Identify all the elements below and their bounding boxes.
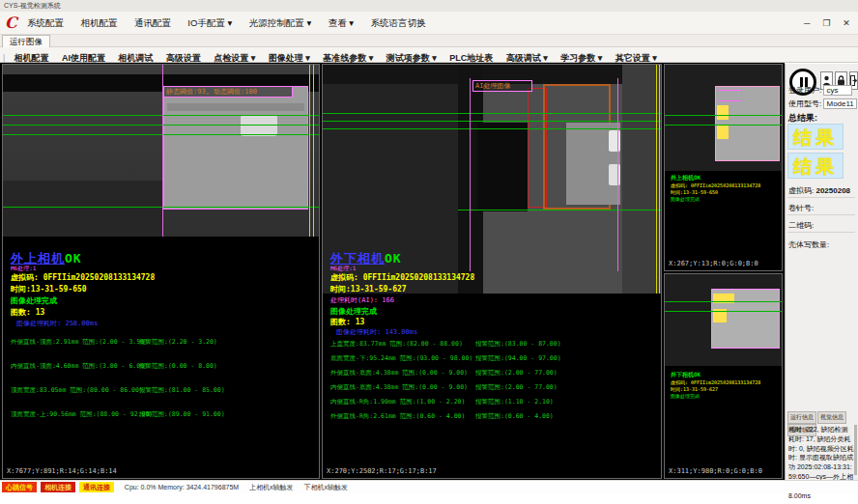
scene-shadow	[3, 181, 162, 237]
measure-line	[665, 301, 782, 302]
thumbnail-panel-lower[interactable]: 外下相机OK 虚拟码: 0FFIIim20250208133134728 时间:…	[664, 273, 783, 479]
menu-language-switch[interactable]: 系统语言切换	[371, 12, 426, 35]
log-scrollbar[interactable]	[854, 425, 857, 475]
qr-code-field: 二维码:	[788, 220, 814, 231]
thumb-time: 时间:13-31-59-650	[671, 189, 718, 195]
pixel-coords-readout: X:267;Y:13;R:0;G:0;B:0	[669, 260, 758, 267]
scene-right-band	[622, 65, 661, 294]
elapsed-line: 图像处理耗时: 143.00ms	[336, 327, 417, 337]
done-line: 图像处理完成	[11, 295, 57, 306]
heartbeat-badge: 心跳信号	[2, 482, 37, 492]
shell-write-count-field: 壳体写数量:	[788, 239, 829, 250]
measure-row: 外侧直线-底面:4.38mm 范围:(0.00 - 9.00)报警范围:(2.0…	[330, 369, 468, 378]
login-user-value[interactable]: cys	[823, 85, 852, 96]
menu-system-config[interactable]: 系统配置	[27, 12, 64, 35]
thumbnail-panel-upper[interactable]: 外上相机OK 虚拟码: 0FFIIim20250208133134728 时间:…	[664, 64, 783, 271]
measure-line	[3, 134, 319, 135]
barcode-line: 虚拟码: 0FFIIim20250208133134728	[11, 272, 155, 283]
camera-panel-lower[interactable]: AI处理图像 外下相机OK M6处理:1 虚拟码: 0FFIIim2025020…	[322, 64, 662, 479]
glint-thumb	[717, 125, 729, 139]
result-indicator-2: 结果	[787, 153, 844, 179]
tab-run-image[interactable]: 运行图像	[2, 35, 50, 47]
thumbnail-image-lower[interactable]	[665, 274, 782, 366]
control-sidebar: 登录用户: cys 使用型号: Mode11 总结果: 结果 结果 虚拟码: 2…	[785, 64, 858, 480]
measure-row: 顶面宽度:83.05mm 范围:(80.00 - 86.00)报警范围:(81.…	[11, 386, 143, 395]
virtual-code-field: 虚拟码: 20250208	[788, 185, 850, 196]
roi-edge-line	[470, 78, 471, 271]
measure-line	[665, 125, 782, 126]
camera-image-upper[interactable]: 静态阈值:93, 动态阈值:100	[3, 65, 319, 237]
tab-strip: 运行图像	[0, 35, 858, 47]
app-window: CYS-视觉检测系统 C 系统配置 相机配置 通讯配置 IO手配置 ▾ 光源控制…	[0, 0, 858, 504]
scene-cavity	[477, 123, 528, 211]
glint-thumb	[717, 105, 729, 120]
time-line: 时间:13-31-59-627	[330, 284, 407, 294]
menu-view[interactable]: 查看 ▾	[329, 12, 354, 35]
count-line: 图数: 13	[330, 317, 364, 327]
comm-link-badge: 通讯连接	[79, 482, 114, 492]
pixel-coords-readout: X:270;Y:2502;R:17;G:17;B:17	[327, 467, 437, 475]
measure-line	[3, 207, 319, 208]
pin-number-field: 卷针号:	[788, 203, 814, 213]
menu-light-config[interactable]: 光源控制配置 ▾	[249, 12, 311, 35]
menu-comm-config[interactable]: 通讯配置	[134, 12, 171, 35]
trigger-line	[656, 65, 657, 294]
cpu-memory-readout: Cpu: 0.0% Memory: 3424.41796875M	[125, 481, 239, 493]
menu-io-config[interactable]: IO手配置 ▾	[187, 12, 232, 35]
measure-row: 外侧直线-R角:2.61mm 范围:(0.60 - 4.00)报警范围:(0.6…	[330, 412, 465, 421]
virtual-code-value: 20250208	[815, 186, 850, 195]
thumb-title: 外下相机OK	[671, 371, 701, 379]
thumb-done: 图像处理完成	[671, 393, 700, 399]
model-field: 使用型号: Mode11	[788, 98, 857, 109]
barcode-line: 虚拟码: 0FFIIim20250208133134728	[330, 272, 474, 283]
measure-row: 顶面宽度-上:90.56mm 范围:(88.00 - 92.00)报警范围:(8…	[11, 410, 153, 419]
title-bar: CYS-视觉检测系统	[0, 0, 858, 12]
measure-row: 内侧直线-底面:4.38mm 范围:(0.00 - 9.00)报警范围:(2.0…	[330, 383, 468, 392]
divider	[787, 214, 855, 215]
app-logo-icon: C	[5, 14, 17, 32]
camera-link-badge: 相机连接	[41, 482, 75, 492]
thumb-done: 图像处理完成	[671, 196, 700, 202]
divider	[787, 197, 855, 198]
roi-box-thumb	[717, 90, 742, 101]
menu-items: 系统配置 相机配置 通讯配置 IO手配置 ▾ 光源控制配置 ▾ 查看 ▾ 系统语…	[27, 12, 439, 35]
model-value[interactable]: Mode11	[823, 98, 856, 109]
measure-row: 内侧直线-R角:1.90mm 范围:(1.00 - 2.20)报警范围:(1.1…	[330, 398, 465, 406]
thumb-barcode: 虚拟码: 0FFIIim20250208133134728	[671, 182, 760, 188]
thumb-time: 时间:13-31-59-627	[671, 386, 718, 392]
thumbnail-image-upper[interactable]	[665, 65, 782, 171]
pixel-coords-readout: X:311;Y:980;R:0;G:0;B:0	[669, 467, 762, 475]
measure-row: 上盖宽度:83.77mm 范围:(82.00 - 88.00)报警范围:(83.…	[330, 340, 463, 349]
status-bar: 心跳信号 相机连接 通讯连接 Cpu: 0.0% Memory: 3424.41…	[0, 480, 858, 493]
login-user-field: 登录用户: cys	[788, 85, 852, 96]
pixel-coords-readout: X:7677;Y:891;R:14;G:14;B:14	[7, 467, 117, 475]
elapsed-line: 图像处理耗时: 258.00ms	[16, 319, 98, 328]
tab-vision-info[interactable]: 视觉信息	[817, 411, 846, 424]
cell-glint	[609, 130, 620, 152]
maximize-button[interactable]: ❐	[819, 16, 835, 30]
result-indicator-1: 结果	[787, 124, 844, 150]
tab-run-info[interactable]: 运行信息	[787, 411, 816, 424]
menu-bar: C 系统配置 相机配置 通讯配置 IO手配置 ▾ 光源控制配置 ▾ 查看 ▾ 系…	[0, 12, 858, 35]
main-view-area: 静态阈值:93, 动态阈值:100 外上相机OK M6处理:1 虚拟码: 0FF…	[0, 63, 785, 480]
window-controls: ─ ❐ ✕	[799, 13, 854, 26]
close-button[interactable]: ✕	[839, 16, 854, 30]
divider	[787, 232, 855, 233]
measure-line	[665, 115, 782, 116]
trigger-line	[659, 65, 660, 294]
lower-camera-trigger: 下相机x轴触发	[304, 481, 349, 493]
measure-line	[323, 128, 661, 129]
ai-roi-label: AI处理图像	[472, 80, 532, 92]
trigger-line	[313, 65, 314, 237]
threshold-label: 静态阈值:93, 动态阈值:100	[163, 86, 293, 98]
measure-row: 底面宽度-下:95.24mm 范围:(93.00 - 98.00)报警范围:(9…	[330, 354, 472, 363]
minimize-button[interactable]: ─	[799, 16, 815, 30]
count-line: 图数: 13	[11, 307, 44, 318]
ai-elapsed-line: 处理耗时(AI): 166	[330, 295, 394, 305]
measure-line	[3, 115, 319, 116]
camera-panel-upper[interactable]: 静态阈值:93, 动态阈值:100 外上相机OK M6处理:1 虚拟码: 0FF…	[2, 64, 320, 479]
menu-camera-config[interactable]: 相机配置	[80, 12, 117, 35]
thumb-title: 外上相机OK	[671, 174, 701, 182]
cell-glint	[609, 164, 620, 185]
measure-row: 内侧直线-顶面:4.60mm 范围:(3.00 - 6.00)报警范围:(0.0…	[11, 362, 148, 371]
